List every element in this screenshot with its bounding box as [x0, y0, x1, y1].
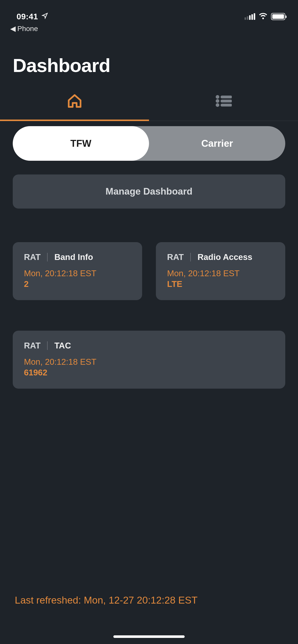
home-icon [67, 93, 83, 110]
wifi-icon [259, 13, 267, 20]
tab-bar [0, 86, 298, 121]
svg-point-5 [216, 104, 219, 107]
card-name: Band Info [54, 252, 93, 262]
card-category: RAT [167, 252, 184, 262]
cards-row: RAT Band Info Mon, 20:12:18 EST 2 RAT Ra… [13, 242, 285, 300]
svg-point-1 [216, 95, 219, 98]
tab-home[interactable] [0, 86, 149, 121]
last-refreshed-text: Last refreshed: Mon, 12-27 20:12:28 EST [15, 595, 283, 606]
chevron-left-icon: ◀ [10, 24, 16, 33]
card-name: TAC [54, 341, 71, 350]
divider [47, 341, 48, 350]
card-value: LTE [167, 279, 274, 289]
page-title: Dashboard [0, 33, 298, 86]
tab-list[interactable] [149, 86, 298, 121]
segment-carrier[interactable]: Carrier [149, 126, 285, 161]
card-header: RAT TAC [24, 341, 274, 350]
svg-point-3 [216, 99, 219, 103]
battery-icon [271, 13, 285, 20]
svg-rect-4 [221, 100, 232, 102]
card-timestamp: Mon, 20:12:18 EST [24, 269, 131, 278]
status-bar: 09:41 [0, 0, 298, 25]
home-indicator[interactable] [113, 635, 185, 638]
card-category: RAT [24, 252, 40, 262]
status-time: 09:41 [17, 12, 38, 21]
location-icon [42, 12, 48, 21]
status-left: 09:41 [17, 12, 48, 21]
card-tac[interactable]: RAT TAC Mon, 20:12:18 EST 61962 [13, 331, 285, 389]
card-header: RAT Band Info [24, 252, 131, 262]
svg-rect-6 [221, 104, 232, 106]
card-band-info[interactable]: RAT Band Info Mon, 20:12:18 EST 2 [13, 242, 142, 300]
card-value: 2 [24, 279, 131, 289]
card-name: Radio Access [197, 252, 252, 262]
card-timestamp: Mon, 20:12:18 EST [167, 269, 274, 278]
back-app-label: Phone [17, 25, 38, 33]
list-icon [215, 95, 232, 108]
manage-dashboard-button[interactable]: Manage Dashboard [13, 174, 285, 209]
card-category: RAT [24, 341, 40, 350]
card-header: RAT Radio Access [167, 252, 274, 262]
svg-point-0 [262, 18, 264, 19]
back-to-app-button[interactable]: ◀ Phone [0, 24, 298, 33]
status-right [245, 13, 285, 20]
card-timestamp: Mon, 20:12:18 EST [24, 357, 274, 367]
divider [47, 253, 48, 261]
card-value: 61962 [24, 368, 274, 377]
divider [190, 253, 191, 261]
card-radio-access[interactable]: RAT Radio Access Mon, 20:12:18 EST LTE [156, 242, 285, 300]
cellular-signal-icon [245, 13, 255, 20]
segment-tfw[interactable]: TFW [13, 126, 149, 161]
segmented-control: TFW Carrier [13, 126, 285, 161]
svg-rect-2 [221, 96, 232, 98]
